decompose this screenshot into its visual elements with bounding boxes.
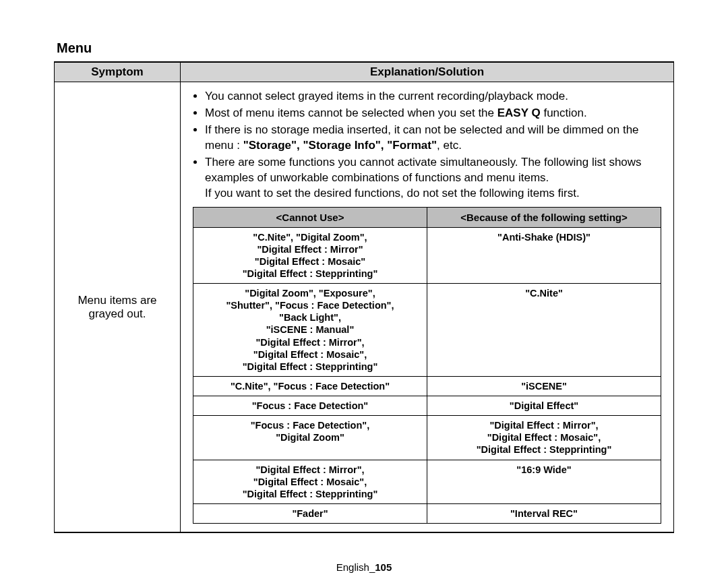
- list-item: There are some functions you cannot acti…: [205, 155, 668, 202]
- list-item: If there is no storage media inserted, i…: [205, 123, 668, 154]
- cell-cannot: "C.Nite", "Focus : Face Detection": [193, 376, 427, 396]
- cell-cannot: "Focus : Face Detection": [193, 396, 427, 416]
- inner-col-because: <Because of the following setting>: [427, 207, 661, 227]
- cell-cannot: "Digital Zoom", "Exposure","Shutter", "F…: [193, 284, 427, 377]
- cell-because: "iSCENE": [427, 376, 661, 396]
- cell-cannot: "C.Nite", "Digital Zoom","Digital Effect…: [193, 227, 427, 284]
- cell-cannot: "Focus : Face Detection","Digital Zoom": [193, 416, 427, 460]
- cell-cannot: "Digital Effect : Mirror","Digital Effec…: [193, 460, 427, 503]
- troubleshoot-table: Symptom Explanation/Solution Menu items …: [54, 61, 674, 533]
- text-bold: EASY Q: [497, 106, 541, 119]
- cell-because: "Digital Effect": [427, 396, 661, 416]
- conflict-table: <Cannot Use> <Because of the following s…: [193, 207, 661, 524]
- section-title: Menu: [57, 40, 674, 56]
- text: , etc.: [437, 139, 462, 152]
- table-row: "C.Nite", "Digital Zoom","Digital Effect…: [193, 227, 661, 284]
- table-row: "Focus : Face Detection""Digital Effect": [193, 396, 661, 416]
- text-bold: "Storage", "Storage Info", "Format": [243, 139, 437, 152]
- table-row: "Fader""Interval REC": [193, 503, 661, 523]
- text: There are some functions you cannot acti…: [205, 156, 642, 184]
- table-row: Menu items are grayed out. You cannot se…: [55, 82, 674, 533]
- cell-because: "C.Nite": [427, 284, 661, 377]
- footer-lang: English_: [336, 561, 375, 573]
- page-footer: English_105: [0, 561, 728, 573]
- inner-col-cannot-use: <Cannot Use>: [193, 207, 427, 227]
- page-number: 105: [375, 561, 392, 573]
- table-row: "C.Nite", "Focus : Face Detection""iSCEN…: [193, 376, 661, 396]
- symptom-cell: Menu items are grayed out.: [55, 82, 181, 533]
- table-row: "Digital Effect : Mirror","Digital Effec…: [193, 460, 661, 503]
- text: function.: [541, 106, 587, 119]
- explanation-cell: You cannot select grayed items in the cu…: [181, 82, 674, 533]
- cell-because: "16:9 Wide": [427, 460, 661, 503]
- list-item: Most of menu items cannot be selected wh…: [205, 106, 668, 121]
- explanation-list: You cannot select grayed items in the cu…: [186, 89, 668, 202]
- cell-cannot: "Fader": [193, 503, 427, 523]
- col-explanation: Explanation/Solution: [181, 62, 674, 82]
- text: Most of menu items cannot be selected wh…: [205, 106, 497, 119]
- cell-because: "Digital Effect : Mirror","Digital Effec…: [427, 416, 661, 460]
- text: If you want to set the desired functions…: [205, 187, 580, 199]
- col-symptom: Symptom: [55, 62, 181, 82]
- table-row: "Digital Zoom", "Exposure","Shutter", "F…: [193, 284, 661, 377]
- cell-because: "Interval REC": [427, 503, 661, 523]
- table-row: "Focus : Face Detection","Digital Zoom""…: [193, 416, 661, 460]
- cell-because: "Anti-Shake (HDIS)": [427, 227, 661, 284]
- list-item: You cannot select grayed items in the cu…: [205, 89, 668, 104]
